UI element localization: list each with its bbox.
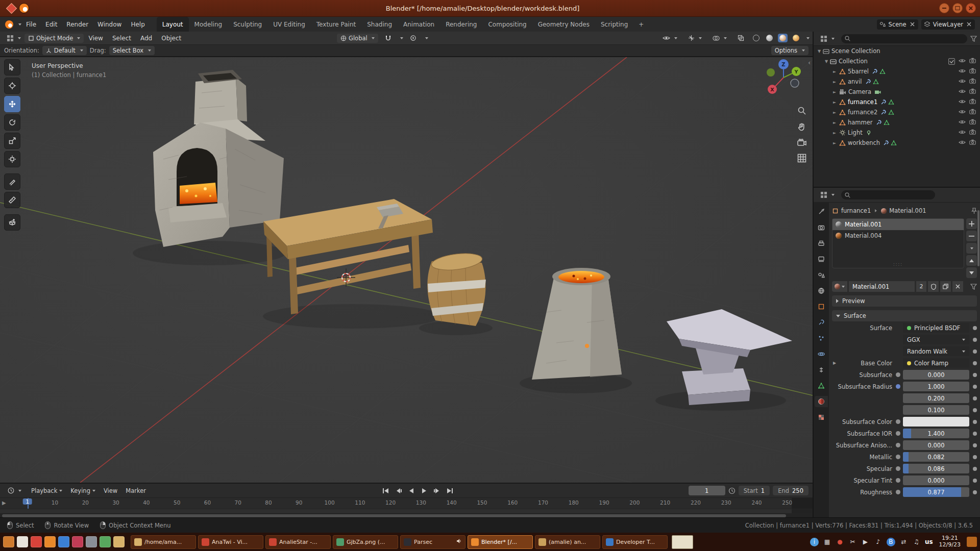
tab-output[interactable] [815, 238, 828, 249]
workspace-tab[interactable]: Compositing [482, 17, 532, 32]
outliner-item[interactable]: ► furnance2 [814, 107, 980, 117]
disable-in-render-camera-icon[interactable] [969, 68, 976, 75]
properties-scrollbar-thumb[interactable] [977, 210, 979, 266]
properties-editor-type-button[interactable] [817, 190, 838, 199]
viewport-menu-item[interactable]: Object [157, 33, 186, 44]
tab-texture[interactable] [815, 412, 828, 423]
workspace-tab[interactable]: Modeling [189, 17, 228, 32]
tab-particles[interactable] [815, 333, 828, 344]
play-reverse-button[interactable] [406, 486, 417, 495]
expand-arrow-icon[interactable]: ► [833, 80, 838, 84]
jump-to-end-button[interactable] [444, 486, 455, 495]
tray-icon[interactable]: ▶ [861, 538, 870, 546]
hide-in-viewport-eye-icon[interactable] [959, 119, 966, 126]
surface-shader-button[interactable]: Principled BSDF [903, 323, 969, 333]
transform-orientation-dropdown[interactable]: Global [337, 34, 378, 43]
show-gizmo-button[interactable] [684, 34, 705, 42]
expand-arrow-icon[interactable]: ► [833, 110, 838, 115]
properties-search-input[interactable] [841, 190, 935, 199]
material-users-count[interactable]: 2 [916, 281, 926, 292]
move-slot-down-button[interactable] [966, 267, 977, 278]
scene-selector[interactable]: Scene [877, 19, 918, 30]
param-slider[interactable]: 1.400 [903, 429, 969, 438]
base-color-node-button[interactable]: Color Ramp [903, 358, 969, 368]
keyframe-dot-icon[interactable] [973, 455, 977, 459]
tool-move[interactable] [4, 96, 20, 112]
outliner-search-input[interactable] [841, 34, 967, 43]
outliner-item[interactable]: ► furnance1 [814, 97, 980, 107]
disable-in-render-camera-icon[interactable] [969, 129, 976, 136]
keyframe-dot-icon[interactable] [973, 373, 977, 377]
disable-in-render-camera-icon[interactable] [969, 98, 976, 106]
viewport-menu-item[interactable]: View [84, 33, 107, 44]
workspace-tab[interactable]: Scripting [595, 17, 633, 32]
outliner-item[interactable]: ► Camera [814, 87, 980, 97]
color-swatch[interactable] [903, 417, 969, 427]
add-slot-button[interactable] [966, 218, 977, 229]
outliner-item[interactable]: ► Light [814, 128, 980, 138]
tray-icon[interactable]: B [887, 538, 895, 546]
zoom-icon[interactable] [797, 106, 806, 115]
tray-icon[interactable]: ▦ [823, 538, 831, 546]
tab-scene[interactable] [815, 269, 828, 281]
menubar-item[interactable]: Help [126, 19, 149, 30]
tool-cursor[interactable] [4, 78, 20, 94]
workspace-tab[interactable]: Shading [361, 17, 398, 32]
add-workspace-button[interactable]: + [633, 21, 649, 28]
param-slider[interactable]: 1.000 [903, 382, 969, 391]
outliner-collection-row[interactable]: ▼ Collection [814, 56, 980, 66]
shading-settings-chevron-icon[interactable] [806, 37, 810, 39]
viewport-menu-item[interactable]: Add [136, 33, 157, 44]
taskbar-launcher-icon[interactable] [17, 536, 28, 547]
tool-measure[interactable] [4, 192, 20, 208]
workspace-tab[interactable]: Layout [157, 17, 189, 32]
timeline-ruler[interactable]: 10 20 30 40 50 60 70 80 90 100 110 120 1… [0, 498, 813, 509]
breadcrumb-object[interactable]: furnance1 [841, 207, 871, 214]
gizmo-y-negative-axis[interactable] [767, 68, 775, 77]
shading-rendered-button[interactable] [791, 34, 801, 42]
viewlayer-selector[interactable]: ViewLayer [921, 19, 975, 30]
unlink-material-button[interactable] [952, 281, 963, 292]
tab-render[interactable] [815, 222, 828, 233]
tray-icon[interactable]: ♫ [912, 538, 921, 546]
keyframe-dot-icon[interactable] [973, 338, 977, 342]
keyframe-dot-icon[interactable] [973, 361, 977, 365]
menubar-item[interactable]: File [21, 19, 41, 30]
minimize-button[interactable] [939, 3, 949, 13]
proportional-editing-button[interactable] [406, 34, 420, 42]
tab-physics[interactable] [815, 348, 828, 360]
camera-view-icon[interactable] [797, 139, 806, 146]
taskbar-launcher-icon[interactable] [86, 536, 97, 547]
show-overlays-button[interactable] [709, 34, 730, 42]
outliner-editor-type-button[interactable] [817, 34, 838, 43]
param-slider[interactable]: 0.877 [903, 487, 969, 497]
viewport-3d[interactable]: User Perspective (1) Collection | furnan… [0, 57, 813, 483]
hide-in-viewport-eye-icon[interactable] [959, 98, 966, 106]
next-keyframe-button[interactable] [431, 486, 443, 495]
editor-type-button[interactable] [3, 34, 24, 43]
keyframe-dot-icon[interactable] [973, 385, 977, 389]
expand-arrow-icon[interactable]: ► [833, 100, 838, 105]
unlink-scene-icon[interactable] [909, 21, 916, 28]
expand-arrow-icon[interactable]: ▶ [833, 361, 838, 365]
orientation-dropdown[interactable]: Default [42, 46, 87, 55]
taskbar-launcher-icon[interactable] [31, 536, 42, 547]
workspace-tab[interactable]: Rendering [440, 17, 482, 32]
param-slider[interactable]: 0.000 [903, 440, 969, 450]
shading-material-preview-button[interactable] [778, 34, 788, 42]
taskbar-window-thumbnail[interactable] [672, 535, 693, 549]
hide-in-viewport-eye-icon[interactable] [959, 88, 966, 95]
slot-specials-button[interactable] [966, 243, 977, 254]
close-button[interactable] [966, 3, 976, 13]
workspace-tab[interactable]: Geometry Nodes [532, 17, 595, 32]
workspace-tab[interactable]: Texture Paint [311, 17, 361, 32]
param-slider[interactable]: 0.086 [903, 464, 969, 473]
keyframe-dot-icon[interactable] [973, 490, 977, 494]
filter-funnel-icon[interactable] [970, 36, 977, 42]
region-collapse-icon[interactable]: ‹ [808, 59, 811, 66]
unlink-viewlayer-icon[interactable] [966, 21, 972, 28]
keyboard-layout-indicator[interactable]: us [925, 538, 933, 545]
object-type-visibility-button[interactable] [659, 34, 681, 42]
mode-dropdown[interactable]: Object Mode [24, 34, 84, 43]
keyframe-dot-icon[interactable] [973, 432, 977, 436]
